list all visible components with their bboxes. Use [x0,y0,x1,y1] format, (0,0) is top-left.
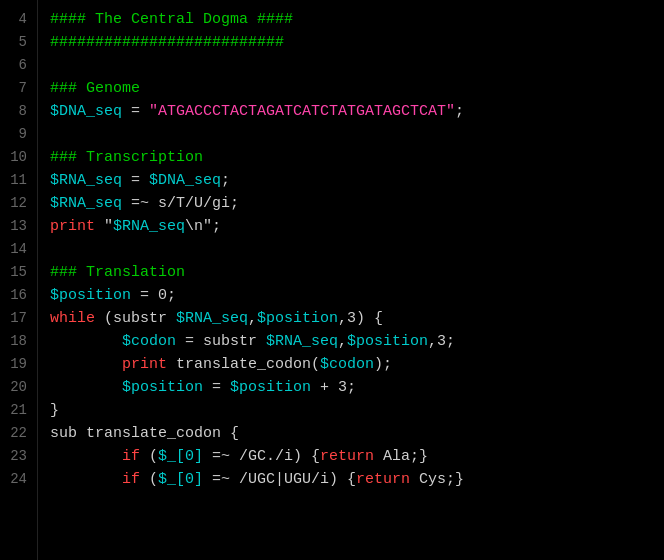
code-line: $RNA_seq =~ s/T/U/gi; [50,192,664,215]
line-number: 9 [0,123,37,146]
code-line: ### Translation [50,261,664,284]
line-number: 11 [0,169,37,192]
token-normal: ,3; [428,333,455,350]
token-var: $DNA_seq [50,103,122,120]
line-number: 16 [0,284,37,307]
line-number: 21 [0,399,37,422]
token-indent [50,471,122,488]
code-line: $RNA_seq = $DNA_seq; [50,169,664,192]
token-var: $RNA_seq [176,310,248,327]
token-var: $position [347,333,428,350]
token-var: $codon [122,333,176,350]
code-line [50,54,664,77]
line-number: 17 [0,307,37,330]
code-editor: 456789101112131415161718192021222324 ###… [0,0,664,560]
token-keyword: return [320,448,374,465]
line-number: 24 [0,468,37,491]
token-indent [50,448,122,465]
token-comment: ### Transcription [50,149,203,166]
token-normal: =~ s/T/U/gi; [122,195,239,212]
code-line: $position = $position + 3; [50,376,664,399]
token-normal: , [248,310,257,327]
line-number: 18 [0,330,37,353]
token-var: $RNA_seq [50,195,122,212]
line-number: 20 [0,376,37,399]
code-line [50,238,664,261]
token-normal: ( [140,448,158,465]
token-normal: ( [140,471,158,488]
token-normal: \n"; [185,218,221,235]
token-comment: ### Genome [50,80,140,97]
code-line: ### Transcription [50,146,664,169]
token-keyword: while [50,310,95,327]
token-normal: sub translate_codon { [50,425,239,442]
code-line: $codon = substr $RNA_seq,$position,3; [50,330,664,353]
token-keyword: print [50,218,95,235]
token-normal: = 0; [131,287,176,304]
token-indent [50,333,122,350]
line-number: 7 [0,77,37,100]
code-line: ########################## [50,31,664,54]
token-normal: Cys;} [410,471,464,488]
code-line: while (substr $RNA_seq,$position,3) { [50,307,664,330]
token-normal: = [122,172,149,189]
token-keyword: if [122,448,140,465]
code-line [50,123,664,146]
line-number: 8 [0,100,37,123]
token-string: "ATGACCCTACTAGATCATCTATGATAGCTCAT" [149,103,455,120]
token-keyword: print [122,356,167,373]
token-normal: translate_codon( [167,356,320,373]
token-indent [50,356,122,373]
token-var: $position [230,379,311,396]
token-var: $position [122,379,203,396]
code-line: sub translate_codon { [50,422,664,445]
token-keyword: return [356,471,410,488]
token-normal: =~ /UGC|UGU/i) { [203,471,356,488]
token-normal: } [50,402,59,419]
code-line: $DNA_seq = "ATGACCCTACTAGATCATCTATGATAGC… [50,100,664,123]
token-normal: + 3; [311,379,356,396]
token-var: $RNA_seq [266,333,338,350]
token-var: $position [50,287,131,304]
line-number: 10 [0,146,37,169]
token-normal: ,3) { [338,310,383,327]
code-line: $position = 0; [50,284,664,307]
token-var: $codon [320,356,374,373]
code-line: } [50,399,664,422]
line-number: 14 [0,238,37,261]
line-number: 22 [0,422,37,445]
code-line: ### Genome [50,77,664,100]
token-normal: =~ /GC./i) { [203,448,320,465]
token-comment: ### Translation [50,264,185,281]
line-number: 13 [0,215,37,238]
token-normal: = [122,103,149,120]
token-normal: (substr [95,310,176,327]
line-number: 19 [0,353,37,376]
token-normal: , [338,333,347,350]
token-normal: " [95,218,113,235]
line-number: 12 [0,192,37,215]
token-var: $position [257,310,338,327]
code-line: if ($_[0] =~ /UGC|UGU/i) {return Cys;} [50,468,664,491]
code-line: #### The Central Dogma #### [50,8,664,31]
line-number: 15 [0,261,37,284]
token-var: $DNA_seq [149,172,221,189]
token-normal: = [203,379,230,396]
token-keyword: if [122,471,140,488]
token-var: $RNA_seq [50,172,122,189]
token-normal: ; [455,103,464,120]
line-number: 23 [0,445,37,468]
token-var: $_[0] [158,471,203,488]
token-normal: Ala;} [374,448,428,465]
code-line: if ($_[0] =~ /GC./i) {return Ala;} [50,445,664,468]
token-normal: = substr [176,333,266,350]
line-number: 5 [0,31,37,54]
token-comment: #### The Central Dogma #### [50,11,293,28]
token-normal: ); [374,356,392,373]
line-numbers: 456789101112131415161718192021222324 [0,0,38,560]
code-content[interactable]: #### The Central Dogma #################… [38,0,664,560]
token-normal: ; [221,172,230,189]
token-indent [50,379,122,396]
token-var: $RNA_seq [113,218,185,235]
line-number: 6 [0,54,37,77]
